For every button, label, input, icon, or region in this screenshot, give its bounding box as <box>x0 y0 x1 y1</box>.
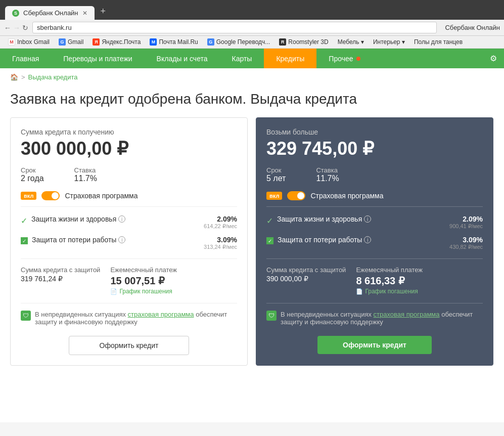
card-left: Сумма кредита к получению 300 000,00 ₽ С… <box>10 117 248 366</box>
card-right-credit-protection: Сумма кредита с защитой 390 000,00 ₽ <box>266 266 346 295</box>
bookmark-yandex[interactable]: Я Яндекс.Почта <box>88 37 145 47</box>
card-left-summary: Сумма кредита с защитой 319 761,24 ₽ Еже… <box>21 258 237 295</box>
card-left-meta: Срок 2 года Ставка 11.7% <box>21 166 237 183</box>
site-title: Сбербанк Онлайн <box>445 24 500 31</box>
card-left-toggle-row: вкл Страховая программа <box>21 191 237 207</box>
bookmark-label: Яндекс.Почта <box>102 38 141 46</box>
card-left-term: Срок 2 года <box>21 166 44 183</box>
card-right-info-link[interactable]: страховая программа <box>374 311 440 318</box>
bookmark-label: Roomstyler 3D <box>288 38 328 46</box>
insurance-life-pct: 2.09% 614,22 ₽/мес <box>204 215 237 230</box>
translate-icon: G <box>207 38 214 46</box>
home-icon[interactable]: 🏠 <box>10 73 18 81</box>
card-left-credit-protection: Сумма кредита с защитой 319 761,24 ₽ <box>21 266 100 295</box>
insurance-job-name-right: Защита от потери работы i <box>278 236 449 244</box>
checkbox-job[interactable]: ✓ <box>21 237 28 244</box>
checkbox-job-right[interactable]: ✓ <box>266 237 273 244</box>
card-left-toggle-knob <box>52 192 59 199</box>
card-left-info-link[interactable]: страховая программа <box>128 311 194 318</box>
bookmark-inbox-gmail[interactable]: M Inbox Gmail <box>4 37 54 47</box>
insurance-life-pct-right: 2.09% 900,41 ₽/мес <box>449 215 483 230</box>
back-button[interactable]: ← <box>4 24 11 32</box>
card-left-toggle-text: Страховая программа <box>65 192 138 200</box>
address-bar-input[interactable] <box>32 22 437 33</box>
page-title: Заявка на кредит одобрена банком. Выдача… <box>0 86 504 117</box>
bookmark-mailru[interactable]: M Почта Mail.Ru <box>146 37 202 47</box>
card-left-toggle-switch[interactable] <box>41 191 60 200</box>
bookmark-roomstyler[interactable]: R Roomstyler 3D <box>275 37 332 47</box>
forward-button[interactable]: → <box>13 24 20 32</box>
info-job-icon[interactable]: i <box>118 236 125 243</box>
mailru-icon: M <box>150 38 157 46</box>
card-left-info-text: В непредвиденных ситуациях страховая про… <box>35 311 237 326</box>
card-right: Возьми больше 329 745,00 ₽ Срок 5 лет Ст… <box>256 117 493 366</box>
nav-label: Вклады и счета <box>157 55 208 63</box>
breadcrumb: 🏠 > Выдача кредита <box>0 68 504 86</box>
card-left-apply-button[interactable]: Оформить кредит <box>69 336 190 355</box>
card-right-toggle-knob <box>297 192 304 199</box>
cards-container: Сумма кредита к получению 300 000,00 ₽ С… <box>0 117 504 376</box>
inbox-gmail-icon: M <box>8 38 15 46</box>
bookmark-poly[interactable]: Полы для танцев <box>410 37 467 47</box>
bookmark-gmail[interactable]: G Gmail <box>55 37 87 47</box>
nav-glavnaya[interactable]: Главная <box>0 49 51 68</box>
card-right-insurance-job: ✓ Защита от потери работы i 3.09% 430,82… <box>266 236 483 250</box>
insurance-job-name: Защита от потери работы i <box>32 236 204 244</box>
card-right-meta: Срок 5 лет Ставка 11.7% <box>266 166 483 183</box>
nav-karty[interactable]: Карты <box>220 49 264 68</box>
bookmark-mebel[interactable]: Мебель ▾ <box>334 37 368 47</box>
bookmark-label: Интерьер ▾ <box>373 38 405 46</box>
card-right-term: Срок 5 лет <box>266 166 286 183</box>
card-left-toggle-label-vkl: вкл <box>21 192 36 200</box>
bookmark-label: Полы для танцев <box>414 38 463 46</box>
browser-chrome: S Сбербанк Онлайн ✕ + <box>0 0 504 20</box>
tab-title: Сбербанк Онлайн <box>23 9 78 17</box>
card-left-insurance-life: ✓ Защита жизни и здоровья i 2.09% 614,22… <box>21 215 237 230</box>
close-tab-button[interactable]: ✕ <box>82 10 87 17</box>
nav-prochee[interactable]: Прочее <box>316 49 372 68</box>
bookmark-interior[interactable]: Интерьер ▾ <box>369 37 409 47</box>
card-right-label: Возьми больше <box>266 128 483 136</box>
card-left-schedule-link[interactable]: 📄 График погашения <box>110 288 177 295</box>
card-right-schedule-link[interactable]: 📄 График погашения <box>356 288 423 295</box>
reload-button[interactable]: ↻ <box>22 24 28 32</box>
info-job-icon-right[interactable]: i <box>364 236 371 243</box>
nav-gear-button[interactable]: ⚙ <box>483 49 504 68</box>
page-content: 🏠 > Выдача кредита Заявка на кредит одоб… <box>0 68 504 422</box>
bookmark-label: Inbox Gmail <box>17 38 50 46</box>
card-left-btn-row: Оформить кредит <box>21 336 237 355</box>
bookmark-translate[interactable]: G Google Переводч... <box>203 37 274 47</box>
card-right-apply-button[interactable]: Оформить кредит <box>317 336 432 354</box>
roomstyler-icon: R <box>279 38 286 46</box>
nav-label: Карты <box>232 55 252 63</box>
nav-vklady[interactable]: Вклады и счета <box>145 49 220 68</box>
breadcrumb-link[interactable]: Выдача кредита <box>28 73 78 81</box>
address-bar-row: ← → ↻ Сбербанк Онлайн <box>0 20 504 36</box>
checkmark-life-icon: ✓ <box>21 216 27 226</box>
gear-icon: ⚙ <box>490 54 497 63</box>
insurance-job-pct: 3.09% 313,24 ₽/мес <box>204 236 237 250</box>
bookmark-label: Мебель ▾ <box>338 38 364 46</box>
card-right-toggle-switch[interactable] <box>287 191 305 200</box>
tab-bar: S Сбербанк Онлайн ✕ + <box>5 3 499 20</box>
bookmarks-bar: M Inbox Gmail G Gmail Я Яндекс.Почта M П… <box>0 36 504 49</box>
nav-kredity[interactable]: Кредиты <box>264 49 316 68</box>
info-life-icon[interactable]: i <box>118 215 125 223</box>
card-right-amount: 329 745,00 ₽ <box>266 138 483 159</box>
nav-perevody[interactable]: Переводы и платежи <box>51 49 144 68</box>
info-life-icon-right[interactable]: i <box>364 215 371 223</box>
nav-label: Кредиты <box>276 55 304 63</box>
shield-icon: 🛡 <box>21 311 31 321</box>
new-tab-button[interactable]: + <box>95 3 112 20</box>
shield-icon-right: 🛡 <box>266 311 277 321</box>
card-right-info-banner: 🛡 В непредвиденных ситуациях страховая п… <box>266 303 483 326</box>
active-tab[interactable]: S Сбербанк Онлайн ✕ <box>5 6 95 20</box>
card-right-toggle-row: вкл Страховая программа <box>266 191 483 207</box>
card-right-btn-row: Оформить кредит <box>266 336 483 354</box>
card-left-amount: 300 000,00 ₽ <box>21 138 237 159</box>
insurance-life-name-right: Защита жизни и здоровья i <box>277 215 449 223</box>
bookmark-label: Google Переводч... <box>216 38 270 46</box>
checkbox-checkmark: ✓ <box>22 238 26 244</box>
bookmark-label: Почта Mail.Ru <box>159 38 198 46</box>
insurance-job-pct-right: 3.09% 430,82 ₽/мес <box>449 236 483 250</box>
